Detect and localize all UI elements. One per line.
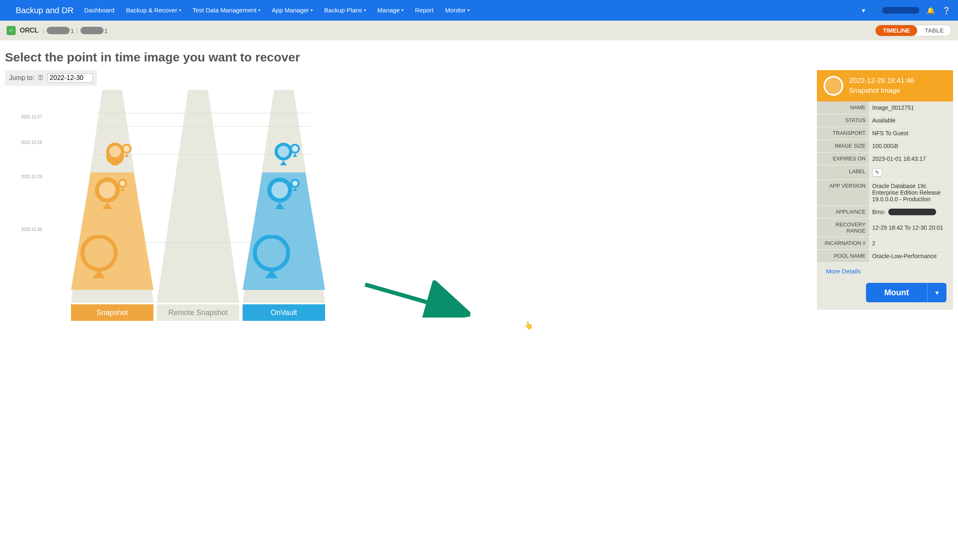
redacted-host [47,27,70,34]
shield-icon [7,26,16,35]
svg-point-7 [120,181,125,186]
svg-point-3 [123,146,130,152]
row-val-name: Image_0012751 [869,101,953,114]
nav-label: Manage [378,0,400,21]
svg-point-12 [292,146,298,152]
app-name: ORCL [20,27,38,34]
lane-label-remote: Remote Snapshot [157,304,239,321]
row-val-range: 12-29 18:42 To 12-30 20:01 [869,219,953,237]
row-key-pool: POOL NAME [817,250,869,262]
row-key-label: LABEL [817,165,869,179]
appliance-redacted [888,209,936,215]
row-key-expires: EXPIRES ON [817,153,869,165]
row-key-appver: APP VERSION [817,180,869,205]
date-tick: 2022-12-27 [5,115,42,119]
nav-label: Backup Plans [324,0,362,21]
top-nav: Backup and DR Dashboard Backup & Recover… [0,0,958,21]
nav-label: Monitor [445,0,466,21]
nav-backup-plans[interactable]: Backup Plans▾ [319,0,372,21]
appliance-prefix: Bms- [872,209,886,215]
row-val-appliance: Bms- [869,206,953,218]
nav-manage[interactable]: Manage▾ [372,0,409,21]
view-table[interactable]: TABLE [917,25,951,36]
nav-monitor[interactable]: Monitor▾ [439,0,475,21]
row-val-expires: 2023-01-01 18:43:17 [869,153,953,165]
breadcrumb: | 1 | 1 [42,27,108,34]
svg-point-16 [293,181,298,186]
row-val-pool: Oracle-Low-Performance [869,250,953,262]
row-key-incarn: INCARNATION # [817,237,869,249]
chevron-down-icon: ▾ [401,0,403,21]
row-val-incarn: 2 [869,237,953,249]
help-icon[interactable]: ❔ [942,7,951,14]
snapshot-icon [824,76,843,96]
chevron-down-icon: ▾ [467,0,470,21]
date-tick: 2022-12-28 [5,140,42,145]
svg-point-8 [83,236,116,270]
filter-icon[interactable]: ▾ [862,7,865,14]
panel-type: Snapshot Image [849,87,914,95]
nav-label: Backup & Recover [126,0,177,21]
redacted-tail: 1 [71,27,74,34]
row-val-status: Available [869,114,953,127]
date-tick: 2022-12-29 [5,174,42,179]
nav-test-data-mgmt[interactable]: Test Data Management▾ [187,0,266,21]
row-val-appver: Oracle Database 19c Enterprise Edition R… [869,180,953,205]
nav-dashboard-label: Dashboard [84,0,114,21]
timeline: 2022-12-27 2022-12-28 2022-12-29 2022-12… [5,90,327,321]
main-nav: Dashboard Backup & Recover▾ Test Data Ma… [78,0,475,21]
view-timeline[interactable]: TIMELINE [875,25,917,36]
nav-dashboard[interactable]: Dashboard [78,0,120,21]
row-key-range: RECOVERY RANGE [817,219,869,237]
nav-label: Test Data Management [193,0,257,21]
bell-icon[interactable]: 🔔 [927,7,935,14]
nav-label: App Manager [272,0,309,21]
user-menu[interactable]: 👤 [873,7,919,14]
nav-backup-recover[interactable]: Backup & Recover▾ [120,0,186,21]
row-val-transport: NFS To Guest [869,127,953,139]
panel-datetime: 2022-12-29 18:41:46 [849,77,914,85]
nav-label: Report [415,0,434,21]
mount-button[interactable]: Mount [866,283,927,302]
nav-app-manager[interactable]: App Manager▾ [266,0,319,21]
nav-report[interactable]: Report [409,0,439,21]
mount-menu-button[interactable]: ▼ [927,283,946,302]
jump-date-input[interactable] [47,73,93,82]
redacted-tail2: 1 [104,27,108,34]
redacted-host2 [80,27,104,34]
view-toggle: TIMELINE TABLE [875,25,951,36]
row-key-name: NAME [817,101,869,114]
onvault-marker-2[interactable] [284,139,306,163]
row-key-status: STATUS [817,114,869,127]
snapshot-marker-4[interactable] [79,235,119,279]
user-name-redacted [882,7,919,14]
chevron-down-icon: ▾ [364,0,366,21]
lane-label-snapshot: Snapshot [71,304,153,321]
onvault-marker-4[interactable] [284,173,306,198]
jump-to: Jump to: 🗓 [5,70,97,86]
row-key-size: IMAGE SIZE [817,140,869,152]
onvault-marker-5[interactable] [252,235,291,279]
row-val-size: 100.00GB [869,140,953,152]
snapshot-marker-2[interactable] [116,139,138,163]
user-icon: 👤 [873,7,880,14]
edit-label-button[interactable]: ✎ [872,168,882,176]
more-details-link[interactable]: More Details [817,263,953,277]
chevron-down-icon: ▾ [311,0,313,21]
calendar-icon[interactable]: 🗓 [38,74,44,82]
chevron-down-icon: ▾ [179,0,181,21]
jump-label: Jump to: [9,74,34,82]
sub-header: ORCL | 1 | 1 TIMELINE TABLE [0,21,958,40]
lane-label-onvault: OnVault [243,304,325,321]
snapshot-marker-3[interactable] [111,173,134,198]
image-details-panel: 2022-12-29 18:41:46 Snapshot Image NAMEI… [817,70,953,310]
chevron-down-icon: ▾ [258,0,260,21]
row-key-appliance: APPLIANCE [817,206,869,218]
row-key-transport: TRANSPORT [817,127,869,139]
top-right: ▾ 👤 🔔 ❔ [862,7,955,14]
date-tick: 2022-12-30 [5,227,42,232]
panel-header: 2022-12-29 18:41:46 Snapshot Image [817,70,953,101]
page-title: Select the point in time image you want … [0,40,958,70]
row-val-label: ✎ [869,165,953,179]
brand: Backup and DR [16,6,73,15]
